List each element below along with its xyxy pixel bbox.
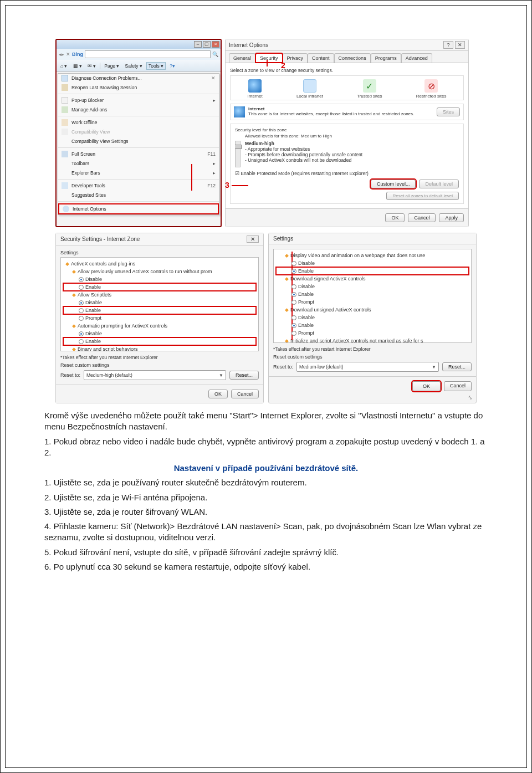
check-icon: ✓ bbox=[363, 79, 376, 93]
help-icon[interactable]: ? bbox=[443, 41, 453, 49]
zone-desc-text: This zone is for Internet websites, exce… bbox=[248, 111, 414, 116]
ss-left-footer: OK Cancel bbox=[56, 385, 263, 403]
tab-general[interactable]: General bbox=[229, 53, 255, 63]
security-slider[interactable] bbox=[235, 141, 241, 167]
reset-combo[interactable]: Medium-high (default)▼ bbox=[84, 370, 226, 380]
level-b1: - Appropriate for most websites bbox=[235, 146, 459, 152]
bing-logo: Bing bbox=[72, 52, 83, 57]
zone-internet[interactable]: Internet bbox=[248, 79, 263, 99]
page-menu[interactable]: Page ▾ bbox=[103, 63, 121, 69]
ok-button[interactable]: OK bbox=[412, 381, 441, 391]
mi-popup[interactable]: Pop-up Blocker▸ bbox=[58, 96, 219, 105]
globe-icon bbox=[234, 106, 245, 117]
io-tabs: General Security Privacy Content Connect… bbox=[226, 51, 468, 63]
zone-trusted[interactable]: ✓Trusted sites bbox=[357, 79, 382, 99]
io-titlebar: Internet Options ? ✕ bbox=[226, 39, 468, 51]
reset-label: Reset custom settings bbox=[273, 354, 472, 360]
custom-level-button[interactable]: Custom level... bbox=[371, 180, 416, 188]
reset-button[interactable]: Reset... bbox=[229, 371, 259, 380]
reset-all-button[interactable]: Reset all zones to default level bbox=[386, 192, 459, 200]
list-item-3: 3. Ujistěte se, zda je router šifrovaný … bbox=[44, 506, 488, 518]
section-heading: Nastavení v případě používání bezdrátové… bbox=[44, 463, 488, 474]
settings-tree-left[interactable]: ◆ActiveX controls and plug-ins ◆Allow pr… bbox=[60, 257, 259, 351]
page-content: – ▢ × ◂▸ ✕ Bing 🔍 ⌂ ▾ ▦ ▾ ✉ ▾ Page ▾ Saf… bbox=[5, 5, 527, 768]
allowed-levels: Allowed levels for this zone: Medium to … bbox=[245, 134, 459, 139]
security-settings-right: Settings ◆Display video and animation on… bbox=[268, 233, 477, 403]
tab-security[interactable]: Security bbox=[255, 53, 283, 63]
cancel-button[interactable]: Cancel bbox=[444, 381, 472, 391]
ss-right-title: Settings bbox=[269, 233, 476, 244]
reset-to-label: Reset to: bbox=[273, 364, 293, 370]
tab-content[interactable]: Content bbox=[308, 53, 334, 63]
mi-devtools[interactable]: Developer ToolsF12 bbox=[58, 181, 219, 191]
mi-addons[interactable]: Manage Add-ons bbox=[58, 105, 219, 115]
home-icon[interactable]: ⌂ ▾ bbox=[59, 63, 69, 69]
list-item-4: 4. Přihlaste kameru: Síť (Network)> Bezd… bbox=[44, 521, 488, 544]
search-input[interactable] bbox=[85, 50, 211, 58]
feeds-icon[interactable]: ▦ ▾ bbox=[71, 63, 84, 69]
reset-combo[interactable]: Medium-low (default)▼ bbox=[296, 362, 439, 372]
security-settings-left: Security Settings - Internet Zone ✕ Sett… bbox=[55, 233, 264, 403]
default-level-button[interactable]: Default level bbox=[419, 180, 459, 188]
zone-desc-title: Internet bbox=[248, 106, 264, 111]
search-bar: ◂▸ ✕ Bing 🔍 bbox=[57, 49, 221, 60]
level-b2: - Prompts before downloading potentially… bbox=[235, 152, 459, 157]
mi-internet-options[interactable]: Internet Options bbox=[58, 203, 219, 214]
tab-privacy[interactable]: Privacy bbox=[283, 53, 308, 63]
mi-suggested[interactable]: Suggested Sites 1 bbox=[58, 191, 219, 200]
restart-note: *Takes effect after you restart Internet… bbox=[60, 355, 259, 360]
tools-menu[interactable]: Tools ▾ bbox=[146, 62, 166, 70]
zone-heading: Select a zone to view or change security… bbox=[230, 68, 464, 73]
document-body-text: Kromě výše uvedeného můžete použít také … bbox=[44, 410, 488, 572]
intranet-icon bbox=[303, 79, 316, 93]
apply-button[interactable]: Apply bbox=[439, 213, 464, 222]
close-icon[interactable]: ✕ bbox=[455, 41, 465, 49]
internet-options-dialog: Internet Options ? ✕ General Security Pr… bbox=[225, 39, 469, 227]
cancel-button[interactable]: Cancel bbox=[408, 213, 436, 222]
io-footer: OK Cancel Apply bbox=[226, 208, 468, 227]
mi-toolbars[interactable]: Toolbars▸ bbox=[58, 159, 219, 168]
mi-compat-settings[interactable]: Compatibility View Settings bbox=[58, 137, 219, 146]
screenshot-composite: – ▢ × ◂▸ ✕ Bing 🔍 ⌂ ▾ ▦ ▾ ✉ ▾ Page ▾ Saf… bbox=[55, 39, 477, 403]
list-item-2: 2. Ujistěte se, zda je Wi-Fi anténa přip… bbox=[44, 492, 488, 503]
reset-to-label: Reset to: bbox=[60, 372, 80, 378]
reset-button[interactable]: Reset... bbox=[442, 362, 472, 371]
restart-note: *Takes effect after you restart Internet… bbox=[273, 346, 472, 352]
callout-2: 2 bbox=[281, 61, 285, 70]
reset-label: Reset custom settings bbox=[60, 362, 259, 368]
settings-tree-right[interactable]: ◆Display video and animation on a webpag… bbox=[273, 249, 472, 343]
ok-button[interactable]: OK bbox=[385, 213, 405, 222]
ss-left-title: Security Settings - Internet Zone ✕ bbox=[56, 233, 263, 245]
list-item-5: 5. Pokud šifrování není, vstupte do sítě… bbox=[44, 547, 488, 558]
tab-connections[interactable]: Connections bbox=[334, 53, 371, 63]
ok-button[interactable]: OK bbox=[208, 390, 228, 398]
mi-compat[interactable]: Compatibility View bbox=[58, 127, 219, 137]
search-icon: 🔍 bbox=[212, 52, 218, 57]
list-item-6: 6. Po uplynutí cca 30 sekund se kamera r… bbox=[44, 561, 488, 572]
zone-selector: Internet Local intranet ✓Trusted sites ⊘… bbox=[230, 75, 464, 100]
tab-programs[interactable]: Programs bbox=[371, 53, 401, 63]
prohibited-icon: ⊘ bbox=[424, 79, 438, 93]
mi-explorerbars[interactable]: Explorer Bars▸ bbox=[58, 168, 219, 178]
zone-restricted[interactable]: ⊘Restricted sites bbox=[416, 79, 447, 99]
list-item-1: 1. Ujistěte se, zda je používaný router … bbox=[44, 477, 488, 488]
resize-handle-icon: ⤡ bbox=[467, 394, 472, 401]
sites-button[interactable]: Sites bbox=[437, 107, 460, 116]
mi-reopen[interactable]: Reopen Last Browsing Session bbox=[58, 83, 219, 93]
zone-local-intranet[interactable]: Local intranet bbox=[296, 79, 323, 99]
cancel-button[interactable]: Cancel bbox=[231, 390, 259, 398]
mi-offline[interactable]: Work Offline bbox=[58, 118, 219, 127]
safety-menu[interactable]: Safety ▾ bbox=[123, 63, 144, 69]
close-icon[interactable]: ✕ bbox=[247, 236, 259, 243]
mi-fullscreen[interactable]: Full ScreenF11 bbox=[58, 150, 219, 159]
mail-icon[interactable]: ✉ ▾ bbox=[86, 63, 98, 69]
tab-advanced[interactable]: Advanced bbox=[401, 53, 432, 63]
close-icon: × bbox=[212, 41, 219, 48]
zone-description: Internet This zone is for Internet websi… bbox=[230, 104, 464, 120]
mi-diagnose[interactable]: Diagnose Connection Problems...✕ bbox=[58, 74, 219, 83]
ie-toolbar: ⌂ ▾ ▦ ▾ ✉ ▾ Page ▾ Safety ▾ Tools ▾ ?▾ bbox=[57, 60, 221, 72]
help-icon[interactable]: ?▾ bbox=[168, 63, 177, 69]
sec-heading: Security level for this zone bbox=[235, 127, 459, 132]
protected-mode-checkbox[interactable]: ☑ Enable Protected Mode (requires restar… bbox=[235, 171, 459, 176]
paragraph-1: Kromě výše uvedeného můžete použít také … bbox=[44, 410, 488, 433]
